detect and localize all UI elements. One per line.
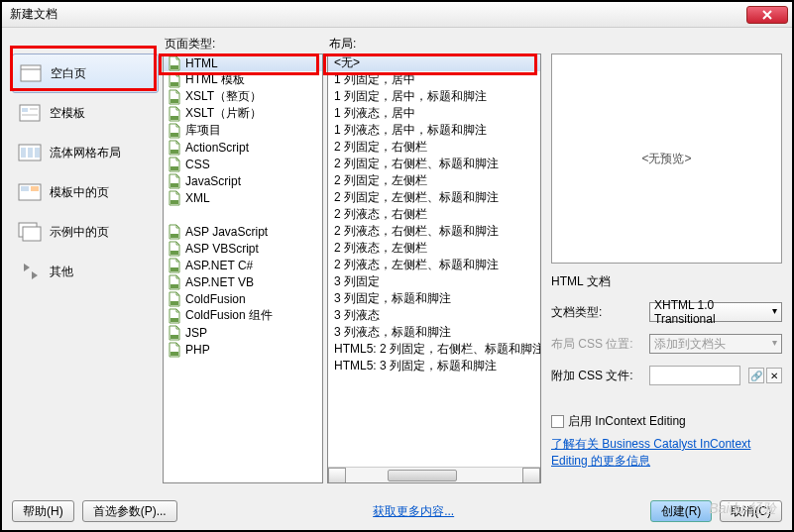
- type-item[interactable]: CSS: [164, 156, 322, 172]
- layout-label: 2 列液态，左侧栏: [334, 240, 427, 257]
- type-item[interactable]: JSP: [164, 324, 322, 341]
- incontext-label: 启用 InContext Editing: [568, 413, 686, 430]
- layout-item[interactable]: 1 列液态，居中: [328, 105, 540, 122]
- layout-label: 3 列固定: [334, 273, 380, 290]
- incontext-checkbox[interactable]: [551, 415, 564, 428]
- layout-item[interactable]: 2 列液态，右侧栏: [328, 206, 540, 223]
- layout-item[interactable]: 2 列液态，右侧栏、标题和脚注: [328, 223, 540, 240]
- type-label: XML: [185, 191, 210, 205]
- nav-icon: [18, 181, 42, 203]
- type-item[interactable]: HTML: [164, 54, 322, 71]
- nav-icon: [18, 142, 42, 163]
- layout-item[interactable]: 1 列液态，居中，标题和脚注: [328, 122, 540, 139]
- layout-list[interactable]: <无>1 列固定，居中1 列固定，居中，标题和脚注1 列液态，居中1 列液态，居…: [327, 53, 541, 483]
- nav-item-2[interactable]: 流体网格布局: [12, 133, 159, 172]
- type-label: JavaScript: [185, 174, 241, 188]
- nav-label: 示例中的页: [50, 224, 109, 241]
- svg-rect-17: [170, 116, 178, 120]
- type-item[interactable]: ColdFusion 组件: [164, 307, 322, 324]
- svg-rect-28: [170, 318, 178, 322]
- nav-item-5[interactable]: 其他: [12, 252, 159, 291]
- preview-placeholder: <无预览>: [641, 151, 691, 167]
- svg-rect-26: [170, 284, 178, 288]
- layout-item[interactable]: 3 列液态，标题和脚注: [328, 324, 540, 341]
- close-button[interactable]: [746, 6, 788, 24]
- get-more-link[interactable]: 获取更多内容...: [373, 503, 454, 520]
- type-item[interactable]: PHP: [164, 341, 322, 358]
- layout-item[interactable]: HTML5: 3 列固定，标题和脚注: [328, 358, 540, 374]
- svg-rect-24: [170, 251, 178, 255]
- type-item[interactable]: XML: [164, 189, 322, 206]
- unlink-css-icon[interactable]: ✕: [766, 368, 782, 383]
- layout-item[interactable]: <无>: [328, 54, 540, 71]
- layout-item[interactable]: 2 列液态，左侧栏: [328, 240, 540, 257]
- nav-item-3[interactable]: 模板中的页: [12, 172, 159, 212]
- doctype-label: 文档类型:: [551, 304, 645, 321]
- svg-rect-20: [170, 166, 178, 170]
- svg-rect-2: [22, 108, 28, 112]
- type-label: CSS: [185, 158, 210, 171]
- svg-rect-13: [23, 227, 41, 241]
- type-label: HTML 模板: [185, 71, 245, 88]
- layout-label: 3 列液态: [334, 307, 380, 324]
- nav-icon: [18, 102, 42, 124]
- layout-column: 布局: <无>1 列固定，居中1 列固定，居中，标题和脚注1 列液态，居中1 列…: [327, 36, 541, 483]
- page-type-list[interactable]: HTMLHTML 模板XSLT（整页）XSLT（片断）库项目ActionScri…: [163, 53, 323, 483]
- layout-item[interactable]: 3 列固定，标题和脚注: [328, 290, 540, 307]
- layout-scrollbar[interactable]: [328, 467, 540, 482]
- nav-item-4[interactable]: 示例中的页: [12, 212, 159, 252]
- dialog-footer: 帮助(H) 首选参数(P)... 获取更多内容... 创建(R) 取消(C): [12, 500, 782, 522]
- svg-rect-11: [31, 186, 39, 191]
- nav-icon: [18, 221, 42, 243]
- type-label: 库项目: [185, 122, 221, 139]
- cancel-button[interactable]: 取消(C): [720, 500, 782, 522]
- type-item[interactable]: XSLT（整页）: [164, 88, 322, 105]
- nav-icon: [18, 261, 42, 282]
- layout-item[interactable]: 1 列固定，居中: [328, 71, 540, 88]
- layout-item[interactable]: 3 列固定: [328, 273, 540, 290]
- type-item[interactable]: 库项目: [164, 122, 322, 139]
- help-button[interactable]: 帮助(H): [12, 500, 74, 522]
- layout-item[interactable]: 2 列固定，右侧栏、标题和脚注: [328, 156, 540, 172]
- type-label: ASP JavaScript: [185, 225, 268, 239]
- svg-rect-6: [21, 148, 26, 158]
- layout-label: 2 列液态，左侧栏、标题和脚注: [334, 257, 499, 273]
- layout-item[interactable]: HTML5: 2 列固定，右侧栏、标题和脚注: [328, 341, 540, 358]
- svg-rect-25: [170, 267, 178, 271]
- create-button[interactable]: 创建(R): [650, 500, 713, 522]
- svg-rect-22: [170, 200, 178, 204]
- type-item[interactable]: XSLT（片断）: [164, 105, 322, 122]
- svg-rect-7: [28, 148, 33, 158]
- svg-rect-8: [35, 148, 40, 158]
- nav-item-1[interactable]: 空模板: [12, 93, 159, 133]
- type-item[interactable]: ASP VBScript: [164, 240, 322, 257]
- layout-item[interactable]: 2 列固定，左侧栏: [328, 172, 540, 189]
- nav-label: 模板中的页: [50, 184, 109, 201]
- nav-item-0[interactable]: 空白页: [12, 53, 159, 93]
- svg-rect-0: [21, 65, 41, 81]
- incontext-link[interactable]: 了解有关 Business Catalyst InContext Editing…: [551, 436, 782, 470]
- preferences-button[interactable]: 首选参数(P)...: [82, 500, 177, 522]
- link-css-icon[interactable]: 🔗: [748, 368, 764, 383]
- type-item[interactable]: JavaScript: [164, 172, 322, 189]
- layout-label: 2 列固定，右侧栏: [334, 139, 427, 156]
- layout-item[interactable]: 2 列液态，左侧栏、标题和脚注: [328, 257, 540, 273]
- dialog-title: 新建文档: [6, 6, 746, 23]
- type-item[interactable]: ActionScript: [164, 139, 322, 156]
- layout-item[interactable]: 1 列固定，居中，标题和脚注: [328, 88, 540, 105]
- preview-caption: HTML 文档: [551, 273, 782, 290]
- layout-item[interactable]: 3 列液态: [328, 307, 540, 324]
- type-label: XSLT（整页）: [185, 88, 262, 105]
- type-item[interactable]: ASP JavaScript: [164, 223, 322, 240]
- svg-rect-30: [170, 352, 178, 356]
- layout-item[interactable]: 2 列固定，左侧栏、标题和脚注: [328, 189, 540, 206]
- doctype-select[interactable]: XHTML 1.0 Transitional: [649, 302, 782, 322]
- type-item[interactable]: HTML 模板: [164, 71, 322, 88]
- type-label: PHP: [185, 343, 210, 357]
- layout-item[interactable]: 2 列固定，右侧栏: [328, 139, 540, 156]
- type-item[interactable]: ColdFusion: [164, 290, 322, 307]
- type-item[interactable]: ASP.NET VB: [164, 273, 322, 290]
- layout-label: 1 列固定，居中，标题和脚注: [334, 88, 487, 105]
- type-item[interactable]: ASP.NET C#: [164, 257, 322, 273]
- attach-css-field[interactable]: [649, 366, 740, 385]
